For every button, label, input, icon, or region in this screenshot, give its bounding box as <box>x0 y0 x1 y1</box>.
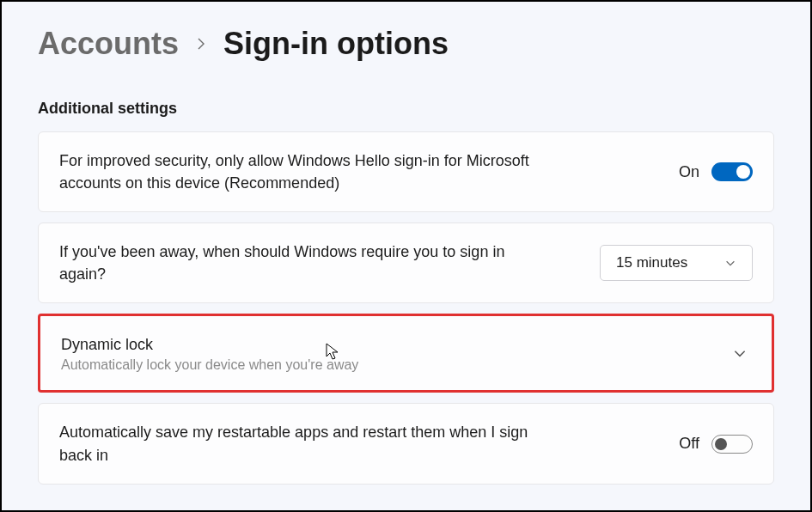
breadcrumb: Accounts Sign-in options <box>38 26 774 62</box>
section-heading: Additional settings <box>38 100 774 118</box>
setting-title: For improved security, only allow Window… <box>59 149 540 194</box>
breadcrumb-prev[interactable]: Accounts <box>38 26 179 62</box>
setting-windows-hello: For improved security, only allow Window… <box>38 131 774 212</box>
chevron-down-icon <box>732 345 751 361</box>
setting-restart-apps: Automatically save my restartable apps a… <box>38 403 774 484</box>
setting-title: Dynamic lock <box>61 333 711 356</box>
chevron-right-icon <box>194 37 208 51</box>
dropdown-value: 15 minutes <box>616 254 687 271</box>
toggle-state-label: On <box>679 163 699 181</box>
toggle-restart-apps[interactable] <box>711 435 753 454</box>
toggle-state-label: Off <box>679 435 699 453</box>
setting-title: If you've been away, when should Windows… <box>59 241 540 285</box>
setting-require-signin: If you've been away, when should Windows… <box>38 222 774 303</box>
setting-subtitle: Automatically lock your device when you'… <box>61 357 711 373</box>
settings-page: Accounts Sign-in options Additional sett… <box>2 2 810 485</box>
setting-dynamic-lock[interactable]: Dynamic lock Automatically lock your dev… <box>38 314 774 393</box>
require-signin-dropdown[interactable]: 15 minutes <box>600 245 753 281</box>
toggle-windows-hello[interactable] <box>711 162 753 181</box>
setting-title: Automatically save my restartable apps a… <box>59 421 540 466</box>
page-title: Sign-in options <box>223 26 449 62</box>
chevron-down-icon <box>724 257 736 269</box>
